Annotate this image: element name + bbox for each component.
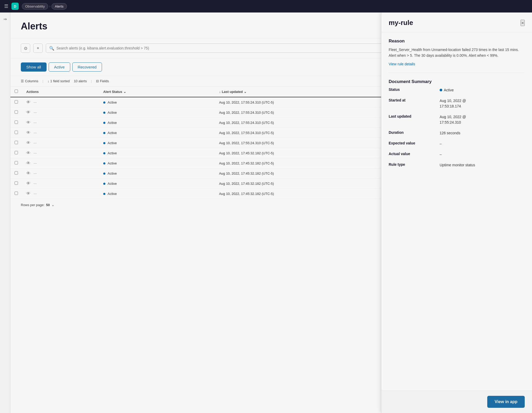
rows-per-page-chevron: ⌄: [52, 203, 54, 207]
row-checkbox[interactable]: [15, 110, 18, 114]
fields-icon: ⊟: [96, 79, 99, 83]
tab-active[interactable]: Active: [49, 62, 70, 72]
row-checkbox[interactable]: [15, 141, 18, 144]
sort-icon-status: ⌄: [123, 90, 126, 94]
top-nav: ☰ D Observability › Alerts: [0, 0, 532, 12]
row-checkbox[interactable]: [15, 171, 18, 175]
view-rule-link[interactable]: View rule details: [389, 62, 415, 66]
doc-value: 126 seconds: [440, 130, 525, 136]
th-alert-status[interactable]: Alert Status ⌄: [99, 86, 215, 97]
row-menu-icon[interactable]: ⋯: [34, 151, 37, 155]
tab-show-all[interactable]: Show all: [21, 62, 47, 72]
status-label: Active: [108, 171, 117, 175]
fields-control[interactable]: ⊟ Fields: [96, 79, 109, 83]
filter-button[interactable]: ⊙: [21, 43, 30, 53]
view-alert-icon[interactable]: 👁: [26, 161, 30, 165]
status-dot: [103, 122, 105, 124]
tab-recovered[interactable]: Recovered: [72, 62, 102, 72]
row-checkbox[interactable]: [15, 161, 18, 164]
status-label: Active: [108, 141, 117, 145]
doc-value: Aug 10, 2022 @17:53:18.174: [440, 98, 525, 109]
content-area: Alerts Rule count 1 ⊙ + 🔍 Show all Activ…: [10, 12, 532, 413]
status-dot: [103, 142, 105, 144]
row-menu-icon[interactable]: ⋯: [34, 131, 37, 135]
view-alert-icon[interactable]: 👁: [26, 151, 30, 155]
th-actions: Actions: [22, 86, 99, 97]
view-alert-icon[interactable]: 👁: [26, 181, 30, 186]
hamburger-icon[interactable]: ☰: [4, 3, 8, 9]
row-menu-icon[interactable]: ⋯: [34, 121, 37, 125]
view-alert-icon[interactable]: 👁: [26, 130, 30, 135]
row-checkbox[interactable]: [15, 131, 18, 134]
sort-icon-updated: ⌄: [244, 90, 247, 94]
add-icon: +: [37, 46, 39, 50]
doc-label: Duration: [389, 130, 435, 135]
row-checkbox[interactable]: [15, 151, 18, 154]
view-alert-icon[interactable]: 👁: [26, 110, 30, 115]
nav-item-alerts[interactable]: Alerts: [52, 3, 67, 10]
status-dot: [103, 112, 105, 114]
status-dot: [103, 152, 105, 154]
row-menu-icon[interactable]: ⋯: [34, 172, 37, 175]
columns-control[interactable]: ☰ Columns: [21, 79, 38, 83]
reason-text: Fleet_Server_Health from Unnamed-locatio…: [389, 47, 525, 59]
row-menu-icon[interactable]: ⋯: [34, 101, 37, 104]
reason-section-title: Reason: [389, 39, 525, 44]
sidebar-toggle[interactable]: ⇒: [0, 12, 10, 413]
status-label: Active: [108, 100, 117, 104]
section-divider: [389, 73, 525, 73]
status-label: Active: [108, 182, 117, 186]
status-label: Active: [108, 131, 117, 135]
row-menu-icon[interactable]: ⋯: [34, 141, 37, 145]
panel-body: Reason Fleet_Server_Health from Unnamed-…: [381, 32, 532, 390]
doc-row: Last updated Aug 10, 2022 @17:55:24.310: [389, 114, 525, 125]
view-alert-icon[interactable]: 👁: [26, 120, 30, 125]
alerts-count: 10 alerts: [74, 79, 87, 83]
status-label: Active: [108, 111, 117, 115]
breadcrumb-separator: ›: [49, 4, 50, 8]
view-in-app-button[interactable]: View in app: [487, 396, 525, 408]
status-dot: [103, 132, 105, 134]
status-dot: [103, 193, 105, 195]
doc-summary-grid: Status Active Started at Aug 10, 2022 @1…: [389, 87, 525, 168]
row-checkbox[interactable]: [15, 181, 18, 185]
sort-icon: ↓: [48, 79, 49, 83]
row-menu-icon[interactable]: ⋯: [34, 182, 37, 186]
panel-header: my-rule ×: [381, 12, 532, 32]
doc-summary-title: Document Summary: [389, 79, 525, 84]
select-all-checkbox[interactable]: [15, 90, 18, 93]
row-menu-icon[interactable]: ⋯: [34, 162, 37, 165]
doc-row: Status Active: [389, 87, 525, 93]
row-checkbox[interactable]: [15, 120, 18, 124]
view-alert-icon[interactable]: 👁: [26, 171, 30, 175]
view-alert-icon[interactable]: 👁: [26, 100, 30, 104]
status-dot: [103, 101, 105, 104]
doc-value-status: Active: [440, 87, 525, 93]
status-dot: [103, 183, 105, 185]
separator-2: |: [91, 79, 92, 83]
row-checkbox[interactable]: [15, 100, 18, 104]
view-alert-icon[interactable]: 👁: [26, 141, 30, 145]
nav-item-observability[interactable]: Observability: [22, 3, 48, 10]
row-menu-icon[interactable]: ⋯: [34, 192, 37, 196]
panel-footer: View in app: [381, 390, 532, 413]
view-alert-icon[interactable]: 👁: [26, 191, 30, 196]
doc-value: –: [440, 152, 525, 157]
sort-control[interactable]: ↓ 1 field sorted: [48, 79, 70, 83]
row-menu-icon[interactable]: ⋯: [34, 111, 37, 115]
add-filter-button[interactable]: +: [33, 43, 43, 53]
page-title: Alerts: [21, 21, 47, 32]
status-label: Active: [108, 192, 117, 196]
doc-label: Rule type: [389, 162, 435, 167]
doc-label: Last updated: [389, 114, 435, 118]
doc-row: Duration 126 seconds: [389, 130, 525, 136]
doc-row: Rule type Uptime monitor status: [389, 162, 525, 168]
separator-1: |: [42, 79, 43, 83]
close-panel-button[interactable]: ×: [521, 20, 525, 26]
main-layout: ⇒ Alerts Rule count 1 ⊙ + 🔍 S: [0, 12, 532, 413]
active-status-dot: [440, 89, 442, 91]
avatar: D: [11, 3, 19, 10]
search-icon: 🔍: [49, 46, 54, 51]
status-label: Active: [108, 151, 117, 155]
row-checkbox[interactable]: [15, 192, 18, 195]
